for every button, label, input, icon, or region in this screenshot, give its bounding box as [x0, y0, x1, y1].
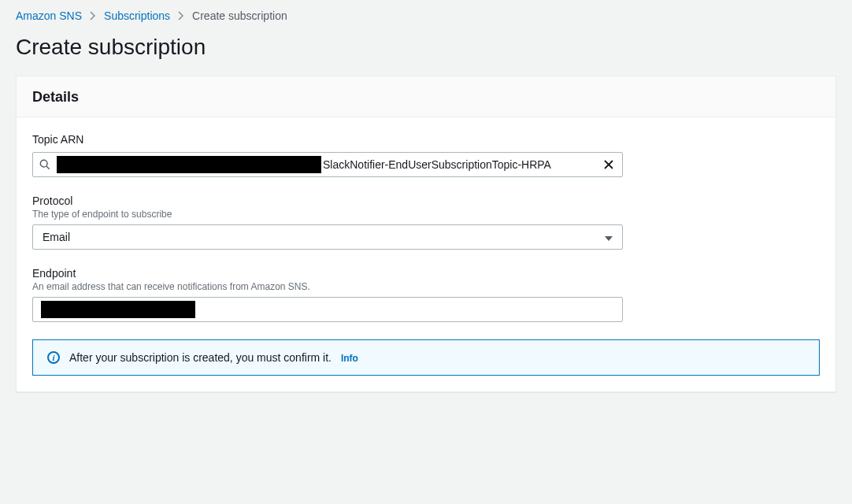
details-panel: Details Topic ARN SlackNotifier-EndUserS… — [16, 76, 836, 392]
breadcrumb-link-amazon-sns[interactable]: Amazon SNS — [16, 9, 82, 22]
details-heading: Details — [32, 89, 820, 106]
redacted-block — [57, 156, 321, 173]
breadcrumb-current: Create subscription — [192, 9, 287, 22]
topic-arn-label: Topic ARN — [32, 133, 820, 146]
svg-point-0 — [40, 160, 47, 167]
confirmation-info-box: i After your subscription is created, yo… — [32, 339, 820, 376]
protocol-label: Protocol — [32, 195, 820, 207]
endpoint-label: Endpoint — [32, 267, 820, 280]
topic-arn-input[interactable]: SlackNotifier-EndUserSubscriptionTopic-H… — [32, 152, 623, 177]
clear-icon[interactable] — [595, 159, 622, 170]
topic-arn-visible-suffix: SlackNotifier-EndUserSubscriptionTopic-H… — [323, 158, 551, 171]
chevron-right-icon — [90, 11, 96, 20]
endpoint-group: Endpoint An email address that can recei… — [32, 267, 820, 322]
protocol-select[interactable]: Email — [32, 224, 623, 250]
protocol-group: Protocol The type of endpoint to subscri… — [32, 195, 820, 250]
topic-arn-group: Topic ARN SlackNotifier-EndUserSubscript… — [32, 133, 820, 177]
breadcrumb: Amazon SNS Subscriptions Create subscrip… — [16, 9, 836, 22]
chevron-right-icon — [178, 11, 184, 20]
page-title: Create subscription — [16, 35, 836, 60]
info-icon: i — [47, 351, 60, 364]
redacted-block — [41, 301, 195, 318]
protocol-selected-value: Email — [43, 231, 70, 243]
svg-line-1 — [46, 166, 50, 169]
endpoint-hint: An email address that can receive notifi… — [32, 281, 820, 292]
info-link[interactable]: Info — [341, 353, 358, 364]
caret-down-icon — [605, 231, 613, 243]
search-icon — [33, 159, 57, 170]
endpoint-input[interactable] — [32, 297, 623, 322]
details-panel-header: Details — [17, 76, 835, 117]
info-text: After your subscription is created, you … — [69, 351, 332, 364]
breadcrumb-link-subscriptions[interactable]: Subscriptions — [104, 9, 170, 22]
protocol-hint: The type of endpoint to subscribe — [32, 209, 820, 220]
topic-arn-value: SlackNotifier-EndUserSubscriptionTopic-H… — [57, 153, 595, 176]
